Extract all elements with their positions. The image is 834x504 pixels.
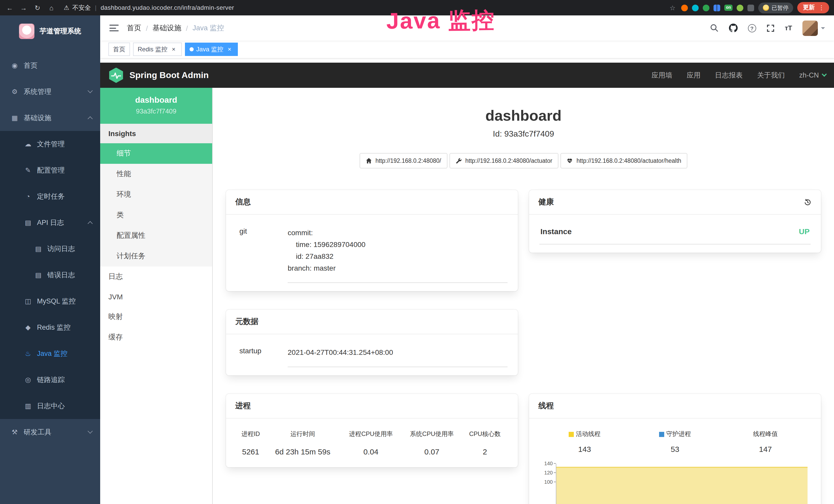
sidebar-item-home[interactable]: ◉ 首页: [0, 52, 100, 78]
user-menu[interactable]: [803, 20, 825, 36]
cpu-cores: 2: [462, 442, 507, 459]
service-url-button[interactable]: http://192.168.0.2:48080/: [359, 153, 447, 168]
address-bar[interactable]: ⚠ 不安全 | dashboard.yudao.iocoder.cn/infra…: [64, 3, 234, 12]
help-icon[interactable]: ?: [748, 24, 756, 32]
legend-value: 143: [540, 445, 630, 453]
sidebar-item-error-log[interactable]: ▤ 错误日志: [0, 262, 100, 288]
extension-icon-3[interactable]: [703, 4, 709, 11]
sba-instance-header[interactable]: dashboard 93a3fc7f7409: [100, 88, 212, 124]
sba-logo-icon: [108, 68, 124, 83]
app-logo[interactable]: 芋道管理系统: [0, 16, 100, 47]
tick-mark: [554, 463, 556, 464]
sidebar-item-mysql-monitor[interactable]: ◫ MySQL 监控: [0, 288, 100, 314]
sidebar-item-config-manage[interactable]: ✎ 配置管理: [0, 157, 100, 183]
update-button[interactable]: 更新 ⋮: [797, 2, 829, 13]
process-cpu: 0.04: [340, 442, 401, 459]
col-header: 进程ID: [236, 427, 265, 442]
tag-home[interactable]: 首页: [108, 43, 130, 56]
extension-icon-5[interactable]: [737, 4, 743, 11]
search-icon[interactable]: [710, 24, 719, 32]
sba-sidebar-caches[interactable]: 缓存: [100, 327, 212, 348]
avatar[interactable]: [803, 20, 818, 36]
sidebar-item-java-monitor[interactable]: ♨ Java 监控: [0, 340, 100, 367]
sba-sidebar-scheduled-tasks[interactable]: 计划任务: [100, 246, 212, 267]
instance-name: dashboard: [105, 95, 207, 105]
kebab-menu-icon[interactable]: ⋮: [818, 4, 825, 11]
sidebar-item-tracing[interactable]: ◎ 链路追踪: [0, 367, 100, 393]
sidebar-item-redis-monitor[interactable]: ◆ Redis 监控: [0, 314, 100, 340]
fullscreen-icon[interactable]: [766, 24, 774, 32]
sba-main: dashboard Id: 93a3fc7f7409 http://192.16…: [213, 88, 834, 504]
instance-id-subtitle: Id: 93a3fc7f7409: [213, 130, 834, 139]
legend-swatch-blue: [659, 432, 664, 437]
tag-java-monitor[interactable]: Java 监控 ×: [185, 43, 238, 56]
sidebar-item-file-manage[interactable]: ☁ 文件管理: [0, 131, 100, 157]
threads-legend: 活动线程 143 守护进程: [540, 427, 811, 453]
history-icon[interactable]: [804, 198, 812, 206]
extension-icon-6[interactable]: [747, 4, 754, 11]
git-commit-time: time: 1596289704000: [288, 239, 507, 251]
git-commit-line: commit:: [288, 227, 507, 239]
sba-sidebar-config-props[interactable]: 配置属性: [100, 225, 212, 246]
sidebar-item-scheduled-jobs[interactable]: ◔ 定时任务: [0, 183, 100, 209]
sidebar-item-system[interactable]: ⚙ 系统管理: [0, 78, 100, 105]
actuator-url-button[interactable]: http://192.168.0.2:48080/actuator: [449, 153, 558, 168]
sba-sidebar-environment[interactable]: 环境: [100, 184, 212, 205]
java-icon: ♨: [24, 350, 32, 358]
sba-sidebar-jvm[interactable]: JVM: [100, 287, 212, 306]
sidebar-item-label: Redis 监控: [37, 323, 71, 332]
sba-nav-about[interactable]: 关于我们: [757, 71, 785, 80]
close-icon[interactable]: ×: [170, 46, 177, 53]
legend-value: 147: [720, 445, 811, 453]
sba-sidebar-classes[interactable]: 类: [100, 205, 212, 225]
sidebar-item-api-log[interactable]: ▤ API 日志: [0, 209, 100, 236]
reload-icon[interactable]: ↻: [33, 4, 42, 12]
tick-mark: [554, 473, 556, 473]
paused-badge[interactable]: 已暂停: [758, 2, 793, 13]
sba-nav-wallboard[interactable]: 应用墙: [651, 71, 672, 80]
breadcrumb-home[interactable]: 首页: [127, 23, 141, 32]
sba-nav-journal[interactable]: 日志报表: [715, 71, 743, 80]
sidebar-item-access-log[interactable]: ▤ 访问日志: [0, 236, 100, 262]
breadcrumb-infrastructure[interactable]: 基础设施: [153, 23, 181, 32]
sidebar-item-log-center[interactable]: ▥ 日志中心: [0, 393, 100, 419]
extension-icon-2[interactable]: [692, 4, 699, 11]
sba-brand[interactable]: Spring Boot Admin: [108, 68, 209, 83]
home-icon[interactable]: ⌂: [47, 4, 56, 12]
locale-selector[interactable]: zh-CN: [799, 71, 826, 79]
legend-swatch-yellow: [569, 432, 574, 437]
font-size-icon[interactable]: тT: [785, 24, 792, 32]
github-icon[interactable]: [729, 24, 738, 32]
sba-sidebar-metrics[interactable]: 性能: [100, 164, 212, 184]
legend-daemon-threads: 守护进程 53: [630, 430, 720, 453]
config-icon: ✎: [24, 166, 32, 174]
threads-chart: 140 120 100: [540, 463, 811, 504]
health-url-button[interactable]: http://192.168.0.2:48080/actuator/health: [561, 153, 687, 168]
info-value: commit: time: 1596289704000 id: 27aa832 …: [288, 223, 507, 283]
process-pid: 5261: [236, 442, 265, 459]
security-label[interactable]: 不安全: [72, 3, 91, 12]
address-url[interactable]: dashboard.yudao.iocoder.cn/infra/admin-s…: [101, 4, 234, 11]
sba-sidebar-details[interactable]: 细节: [100, 143, 212, 164]
admin-sidebar: 芋道管理系统 ◉ 首页 ⚙ 系统管理 ▦ 基础设施: [0, 16, 100, 504]
infrastructure-submenu: ☁ 文件管理 ✎ 配置管理 ◔ 定时任务 ▤ API 日志: [0, 131, 100, 419]
close-icon[interactable]: ×: [226, 46, 233, 53]
sidebar-item-infrastructure[interactable]: ▦ 基础设施: [0, 105, 100, 131]
sidebar-item-dev-tools[interactable]: ⚒ 研发工具: [0, 419, 100, 445]
sba-sidebar-logs[interactable]: 日志: [100, 267, 212, 287]
sidebar-item-label: 日志中心: [37, 401, 65, 411]
bookmark-star-icon[interactable]: ☆: [668, 4, 677, 12]
legend-label: 线程峰值: [753, 430, 778, 438]
sidebar-toggle[interactable]: [109, 25, 119, 31]
back-icon[interactable]: ←: [5, 4, 14, 12]
sba-sidebar-mappings[interactable]: 映射: [100, 306, 212, 327]
tag-redis-monitor[interactable]: Redis 监控 ×: [133, 43, 182, 56]
metadata-key: startup: [236, 343, 288, 367]
tag-label: Redis 监控: [138, 45, 168, 54]
extension-on-badge[interactable]: on: [724, 5, 732, 11]
sba-nav-applications[interactable]: 应用: [686, 71, 700, 80]
extension-icon-4[interactable]: [714, 4, 720, 11]
extension-icon-1[interactable]: [681, 4, 688, 11]
health-instance-row[interactable]: Instance UP: [540, 223, 811, 245]
forward-icon[interactable]: →: [19, 4, 28, 12]
